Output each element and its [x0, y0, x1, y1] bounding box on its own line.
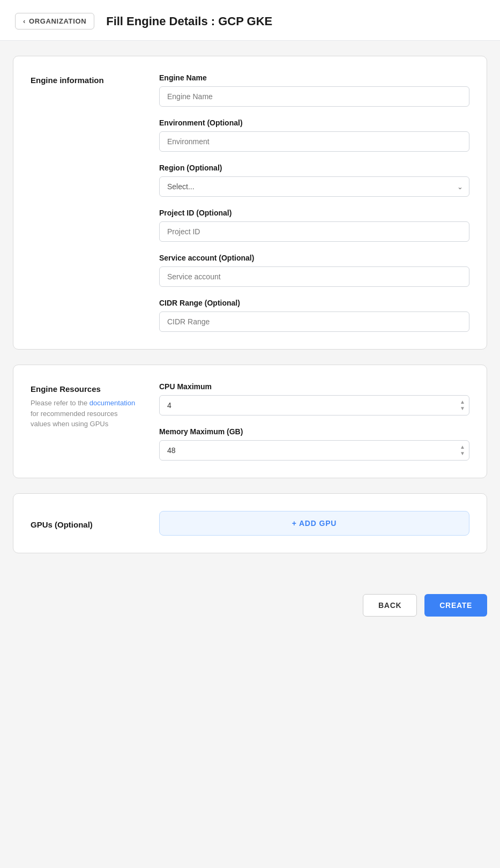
gpus-card: GPUs (Optional) + ADD GPU [13, 493, 487, 553]
cpu-spinner: ▲ ▼ [460, 399, 465, 411]
engine-information-card: Engine information Engine Name Environme… [13, 56, 487, 350]
region-select[interactable]: Select... [159, 176, 469, 197]
service-account-group: Service account (Optional) [159, 254, 469, 287]
service-account-label: Service account (Optional) [159, 254, 469, 262]
region-label: Region (Optional) [159, 164, 469, 172]
memory-spinner: ▲ ▼ [460, 444, 465, 456]
documentation-link[interactable]: documentation [89, 399, 135, 407]
back-button[interactable]: BACK [363, 594, 417, 617]
region-group: Region (Optional) Select... ⌄ [159, 164, 469, 197]
engine-resources-fields: CPU Maximum ▲ ▼ Memory Maximum (GB) [159, 382, 469, 461]
chevron-left-icon: ‹ [23, 17, 26, 25]
environment-group: Environment (Optional) [159, 118, 469, 152]
page-title: Fill Engine Details : GCP GKE [106, 14, 272, 28]
create-button[interactable]: CREATE [424, 594, 487, 617]
memory-maximum-label: Memory Maximum (GB) [159, 427, 469, 436]
region-select-wrapper: Select... ⌄ [159, 176, 469, 197]
engine-resources-card: Engine Resources Please refer to the doc… [13, 365, 487, 478]
project-id-label: Project ID (Optional) [159, 209, 469, 217]
resources-desc-suffix: for recommended resources values when us… [31, 410, 118, 428]
memory-maximum-group: Memory Maximum (GB) ▲ ▼ [159, 427, 469, 461]
engine-name-group: Engine Name [159, 73, 469, 107]
footer-actions: BACK CREATE [0, 583, 500, 638]
engine-information-fields: Engine Name Environment (Optional) Regio… [159, 73, 469, 332]
cpu-input-wrapper: ▲ ▼ [159, 395, 469, 416]
environment-label: Environment (Optional) [159, 118, 469, 127]
cpu-increment-button[interactable]: ▲ [460, 399, 465, 405]
environment-input[interactable] [159, 131, 469, 152]
gpus-label: GPUs (Optional) [31, 518, 138, 529]
engine-resources-label: Engine Resources [31, 382, 138, 394]
service-account-input[interactable] [159, 266, 469, 287]
memory-decrement-button[interactable]: ▼ [460, 451, 465, 456]
back-to-org-button[interactable]: ‹ ORGANIZATION [15, 13, 94, 29]
memory-input-wrapper: ▲ ▼ [159, 440, 469, 461]
memory-increment-button[interactable]: ▲ [460, 444, 465, 450]
gpus-fields: + ADD GPU [159, 511, 469, 536]
resources-desc-prefix: Please refer to the [31, 399, 89, 407]
project-id-group: Project ID (Optional) [159, 209, 469, 242]
cpu-maximum-label: CPU Maximum [159, 382, 469, 391]
memory-maximum-input[interactable] [159, 440, 469, 461]
add-gpu-button[interactable]: + ADD GPU [159, 511, 469, 536]
engine-information-label: Engine information [31, 73, 138, 332]
page-header: ‹ ORGANIZATION Fill Engine Details : GCP… [0, 0, 500, 41]
cidr-range-group: CIDR Range (Optional) [159, 299, 469, 332]
cpu-maximum-group: CPU Maximum ▲ ▼ [159, 382, 469, 416]
project-id-input[interactable] [159, 221, 469, 242]
engine-resources-section: Engine Resources Please refer to the doc… [31, 382, 138, 461]
cpu-decrement-button[interactable]: ▼ [460, 406, 465, 411]
engine-name-label: Engine Name [159, 73, 469, 82]
cidr-range-label: CIDR Range (Optional) [159, 299, 469, 307]
back-button-label: ORGANIZATION [29, 17, 86, 25]
cpu-maximum-input[interactable] [159, 395, 469, 416]
cidr-range-input[interactable] [159, 311, 469, 332]
engine-name-input[interactable] [159, 86, 469, 107]
resources-description: Please refer to the documentation for re… [31, 398, 138, 429]
